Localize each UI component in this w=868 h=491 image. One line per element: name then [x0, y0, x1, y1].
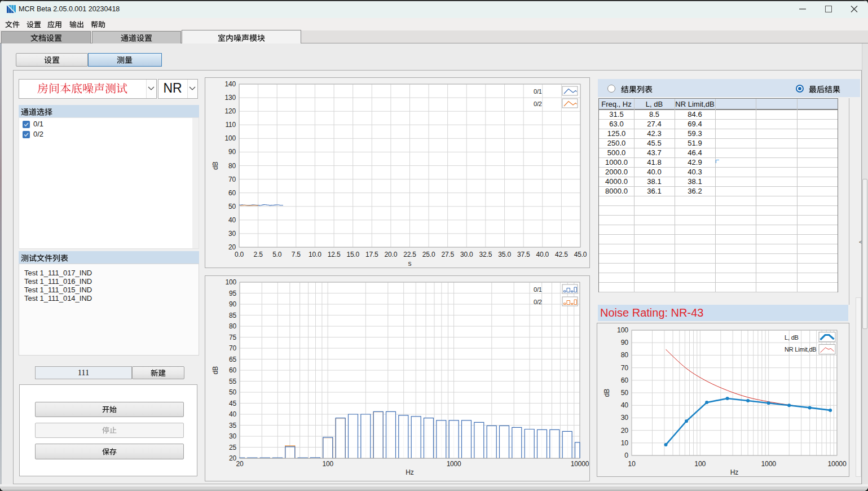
svg-text:85: 85	[229, 312, 236, 319]
svg-text:80: 80	[229, 322, 236, 330]
svg-text:10000: 10000	[571, 460, 589, 468]
svg-text:20: 20	[229, 454, 236, 462]
svg-text:60: 60	[228, 189, 236, 197]
svg-text:100: 100	[225, 134, 236, 142]
svg-text:45: 45	[229, 400, 236, 407]
svg-text:1000: 1000	[447, 460, 461, 468]
svg-text:30.0: 30.0	[460, 251, 473, 258]
svg-text:0: 0	[624, 451, 628, 459]
svg-text:10: 10	[621, 439, 629, 447]
svg-text:22.5: 22.5	[403, 251, 416, 258]
svg-text:dB: dB	[212, 366, 219, 374]
svg-text:65: 65	[229, 356, 236, 363]
svg-text:20.0: 20.0	[385, 251, 398, 258]
svg-text:45.0: 45.0	[574, 251, 587, 258]
svg-text:0.0: 0.0	[235, 251, 244, 258]
svg-text:15.0: 15.0	[346, 251, 359, 258]
svg-text:40: 40	[228, 216, 236, 224]
svg-text:0/1: 0/1	[534, 88, 542, 95]
svg-text:95: 95	[229, 290, 236, 297]
svg-text:32.5: 32.5	[479, 251, 492, 258]
svg-text:60: 60	[229, 366, 236, 374]
svg-text:130: 130	[225, 94, 236, 102]
svg-text:7.5: 7.5	[292, 251, 301, 258]
svg-text:2.5: 2.5	[254, 251, 263, 258]
svg-text:75: 75	[229, 334, 236, 341]
svg-text:70: 70	[228, 176, 236, 183]
svg-text:20: 20	[236, 460, 244, 468]
svg-text:0/2: 0/2	[534, 299, 542, 305]
svg-text:60: 60	[621, 376, 629, 384]
svg-text:140: 140	[225, 80, 236, 88]
svg-text:100: 100	[226, 278, 237, 286]
svg-text:30: 30	[228, 230, 236, 238]
svg-text:20: 20	[228, 243, 236, 251]
svg-text:Hz: Hz	[406, 468, 413, 476]
svg-text:80: 80	[228, 162, 236, 170]
svg-text:30: 30	[621, 414, 629, 422]
svg-text:90: 90	[228, 148, 236, 156]
svg-text:110: 110	[225, 121, 236, 129]
svg-text:17.5: 17.5	[365, 251, 378, 258]
svg-text:50: 50	[621, 389, 629, 397]
svg-text:120: 120	[225, 107, 236, 115]
svg-text:80: 80	[621, 351, 629, 359]
svg-text:90: 90	[621, 339, 629, 347]
svg-text:10.0: 10.0	[309, 251, 321, 258]
svg-text:70: 70	[229, 344, 236, 352]
svg-text:100: 100	[322, 460, 333, 468]
svg-text:30: 30	[229, 432, 236, 440]
svg-text:20: 20	[621, 427, 629, 435]
svg-text:70: 70	[621, 364, 629, 372]
svg-text:dB: dB	[603, 389, 611, 397]
svg-text:50: 50	[229, 388, 236, 396]
svg-text:37.5: 37.5	[517, 251, 530, 258]
svg-text:25: 25	[229, 444, 236, 451]
svg-text:NR Limit,dB: NR Limit,dB	[785, 346, 816, 353]
svg-text:27.5: 27.5	[441, 251, 454, 258]
svg-text:100: 100	[617, 326, 628, 334]
svg-text:90: 90	[229, 300, 236, 308]
svg-text:50: 50	[228, 203, 236, 211]
svg-text:35: 35	[229, 422, 236, 429]
svg-text:10000: 10000	[827, 460, 847, 468]
svg-text:12.5: 12.5	[328, 251, 341, 258]
svg-text:40: 40	[621, 401, 629, 409]
svg-text:0/2: 0/2	[534, 100, 542, 107]
svg-text:1000: 1000	[761, 460, 776, 468]
svg-text:Hz: Hz	[730, 468, 738, 476]
svg-text:40.0: 40.0	[536, 251, 549, 258]
svg-text:dB: dB	[212, 161, 219, 169]
svg-text:25.0: 25.0	[422, 251, 435, 258]
svg-text:L, dB: L, dB	[785, 334, 799, 341]
svg-text:0/1: 0/1	[534, 286, 542, 293]
svg-text:10: 10	[628, 460, 636, 468]
svg-text:5.0: 5.0	[272, 251, 282, 258]
svg-text:100: 100	[694, 460, 706, 468]
svg-text:35.0: 35.0	[498, 251, 511, 258]
svg-text:55: 55	[229, 378, 236, 385]
svg-text:40: 40	[229, 410, 236, 418]
svg-text:42.5: 42.5	[555, 251, 568, 258]
svg-text:s: s	[408, 260, 412, 268]
